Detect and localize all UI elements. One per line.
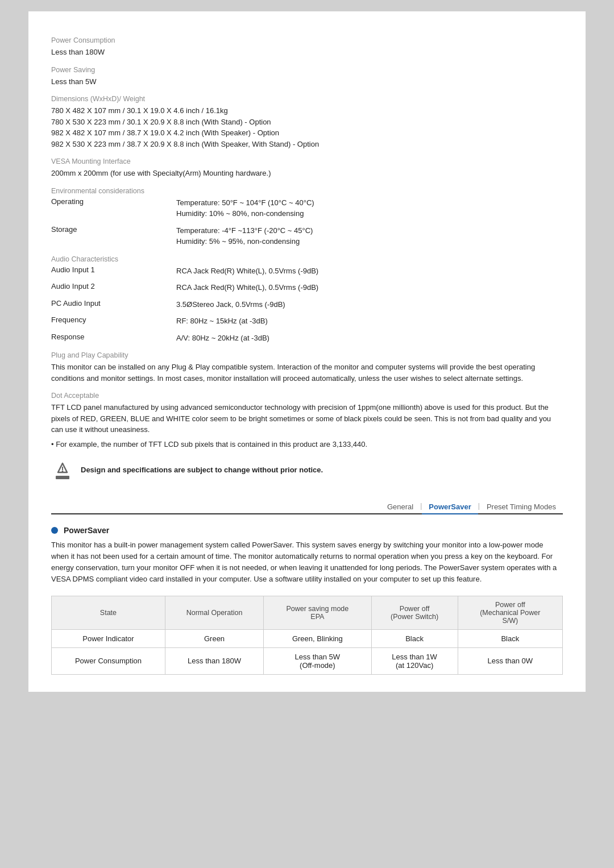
power-consumption-label: Power Consumption xyxy=(51,36,563,44)
powersaver-description: This monitor has a built-in power manage… xyxy=(51,539,563,585)
audio-input2-row: Audio Input 2 RCA Jack Red(R) White(L), … xyxy=(51,282,563,293)
dot-desc2: • For example, the number of TFT LCD sub… xyxy=(51,439,563,450)
tab-navigation: General | PowerSaver | Preset Timing Mod… xyxy=(51,500,563,514)
vesa-label: VESA Mounting Interface xyxy=(51,157,563,165)
audio-input1-row: Audio Input 1 RCA Jack Red(R) White(L), … xyxy=(51,265,563,277)
env-label: Environmental considerations xyxy=(51,187,563,195)
tab-powersaver[interactable]: PowerSaver xyxy=(422,500,478,514)
power-table: State Normal Operation Power saving mode… xyxy=(51,596,563,675)
table-row: Power ConsumptionLess than 180WLess than… xyxy=(52,647,563,674)
audio-input2-value: RCA Jack Red(R) White(L), 0.5Vrms (-9dB) xyxy=(176,282,318,293)
svg-rect-0 xyxy=(56,476,69,479)
storage-row: Storage Temperature: -4°F ~113°F (-20°C … xyxy=(51,225,563,247)
response-row: Response A/V: 80Hz ~ 20kHz (at -3dB) xyxy=(51,333,563,344)
audio-label: Audio Characteristics xyxy=(51,255,563,263)
table-cell: Green xyxy=(165,629,263,647)
operating-value: Temperature: 50°F ~ 104°F (10°C ~ 40°C) … xyxy=(176,197,314,219)
table-cell: Less than 1W(at 120Vac) xyxy=(371,647,458,674)
operating-label: Operating xyxy=(51,197,176,219)
plug-play-desc: This monitor can be installed on any Plu… xyxy=(51,362,563,384)
audio-input2-label: Audio Input 2 xyxy=(51,282,176,293)
frequency-row: Frequency RF: 80Hz ~ 15kHz (at -3dB) xyxy=(51,315,563,327)
table-cell: Power Consumption xyxy=(52,647,165,674)
notice-box: Design and specifications are subject to… xyxy=(51,460,563,483)
notice-text: Design and specifications are subject to… xyxy=(81,466,323,474)
page-container: Power Consumption Less than 180W Power S… xyxy=(28,11,586,692)
col-power-off-switch: Power off(Power Switch) xyxy=(371,596,458,629)
pc-audio-row: PC Audio Input 3.5ØStereo Jack, 0.5Vrms … xyxy=(51,299,563,310)
table-cell: Power Indicator xyxy=(52,629,165,647)
col-power-off-mechanical: Power off(Mechanical PowerS/W) xyxy=(458,596,562,629)
powersaver-circle-icon xyxy=(51,527,58,534)
power-consumption-value: Less than 180W xyxy=(51,47,563,58)
dimensions-values: 780 X 482 X 107 mm / 30.1 X 19.0 X 4.6 i… xyxy=(51,105,563,149)
dot-label: Dot Acceptable xyxy=(51,392,563,400)
powersaver-section: PowerSaver This monitor has a built-in p… xyxy=(51,526,563,675)
powersaver-title-row: PowerSaver xyxy=(51,526,563,535)
storage-label: Storage xyxy=(51,225,176,247)
table-cell: Black xyxy=(458,629,562,647)
frequency-value: RF: 80Hz ~ 15kHz (at -3dB) xyxy=(176,315,268,327)
table-cell: Less than 180W xyxy=(165,647,263,674)
response-label: Response xyxy=(51,333,176,344)
table-cell: Less than 5W(Off-mode) xyxy=(264,647,371,674)
operating-row: Operating Temperature: 50°F ~ 104°F (10°… xyxy=(51,197,563,219)
audio-input1-label: Audio Input 1 xyxy=(51,265,176,277)
dot-desc1: TFT LCD panel manufactured by using adva… xyxy=(51,402,563,435)
pc-audio-label: PC Audio Input xyxy=(51,299,176,310)
plug-play-label: Plug and Play Capability xyxy=(51,351,563,359)
pc-audio-value: 3.5ØStereo Jack, 0.5Vrms (-9dB) xyxy=(176,299,285,310)
col-power-saving: Power saving modeEPA xyxy=(264,596,371,629)
table-row: Power IndicatorGreenGreen, BlinkingBlack… xyxy=(52,629,563,647)
table-cell: Black xyxy=(371,629,458,647)
dimensions-label: Dimensions (WxHxD)/ Weight xyxy=(51,95,563,103)
powersaver-title: PowerSaver xyxy=(64,526,109,535)
col-state: State xyxy=(52,596,165,629)
notice-icon xyxy=(51,460,74,483)
tab-preset-timing[interactable]: Preset Timing Modes xyxy=(480,500,563,514)
power-saving-value: Less than 5W xyxy=(51,76,563,88)
table-cell: Less than 0W xyxy=(458,647,562,674)
svg-point-3 xyxy=(62,471,64,472)
vesa-value: 200mm x 200mm (for use with Specialty(Ar… xyxy=(51,168,563,179)
storage-value: Temperature: -4°F ~113°F (-20°C ~ 45°C) … xyxy=(176,225,313,247)
response-value: A/V: 80Hz ~ 20kHz (at -3dB) xyxy=(176,333,269,344)
table-header-row: State Normal Operation Power saving mode… xyxy=(52,596,563,629)
frequency-label: Frequency xyxy=(51,315,176,327)
audio-input1-value: RCA Jack Red(R) White(L), 0.5Vrms (-9dB) xyxy=(176,265,318,277)
power-saving-label: Power Saving xyxy=(51,66,563,74)
table-cell: Green, Blinking xyxy=(264,629,371,647)
tab-general[interactable]: General xyxy=(380,500,420,514)
col-normal: Normal Operation xyxy=(165,596,263,629)
